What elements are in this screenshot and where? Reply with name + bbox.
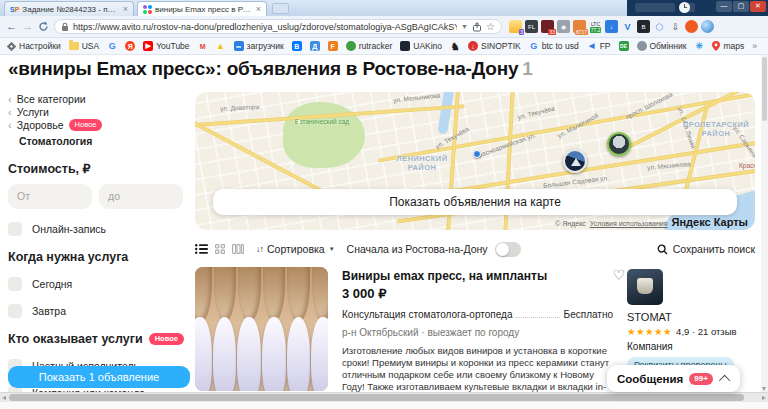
bookmark-de[interactable]: DE [619, 41, 629, 51]
map-photo-marker[interactable] [563, 149, 587, 173]
checkbox-label: Сегодня [32, 278, 72, 290]
bookmark-folder-usa[interactable]: USA [69, 41, 99, 51]
screenshot-extension-icon[interactable]: ◉ [557, 20, 570, 33]
bookmark-uakino[interactable]: UAKino [400, 41, 442, 51]
extension-icon[interactable]: V [621, 20, 634, 33]
chevron-down-icon[interactable]: ▼ [461, 23, 468, 30]
who-filter-title: Кто оказывает услугиНовое [8, 332, 190, 346]
seller-rating-row[interactable]: ★★★★★ 4,9 · 21 отзыв [627, 326, 755, 337]
bookmark-youtube[interactable]: ▶YouTube [143, 41, 189, 51]
today-checkbox-row[interactable]: Сегодня [8, 277, 190, 291]
bookmark-chess[interactable]: ♞ [450, 41, 460, 51]
weather-extension-icon[interactable]: 3 [509, 20, 522, 33]
local-first-toggle[interactable] [495, 242, 521, 257]
new-tab-button[interactable] [272, 3, 289, 14]
map-location-dot[interactable] [473, 150, 481, 158]
breadcrumb-health[interactable]: ‹ЗдоровьеНовое [8, 118, 190, 131]
maximize-button[interactable]: ▢ [733, 1, 749, 12]
breadcrumb-all-categories[interactable]: ‹Все категории [8, 92, 190, 105]
vertical-scrollbar[interactable] [761, 55, 768, 392]
bookmark-snowflake[interactable]: ✳ [694, 41, 704, 51]
listing-price: 3 000 ₽ [342, 286, 613, 301]
bookmark-google[interactable]: G [107, 41, 117, 51]
seller-name[interactable]: STOMAT [627, 311, 755, 323]
scroll-left-arrow-icon[interactable] [2, 396, 6, 400]
address-bar[interactable]: https://www.avito.ru/rostov-na-donu/pred… [54, 19, 502, 34]
main-column: ул. Доватора Ботанический сад ул. Мельни… [195, 92, 755, 392]
chevron-down-icon: ▼ [329, 246, 335, 252]
bookmark-star-icon[interactable]: ☆ [486, 21, 495, 32]
clock-icon[interactable] [679, 2, 690, 13]
extension-icon[interactable]: B [637, 20, 650, 33]
share-icon[interactable] [472, 22, 482, 32]
rating-value: 4,9 · 21 отзыв [676, 326, 737, 337]
favorite-heart-icon[interactable]: ♡ [612, 267, 625, 283]
bookmark-rutracker[interactable]: rutracker [346, 41, 393, 51]
price-filter-title: Стоимость, ₽ [8, 161, 190, 176]
tab-close-icon[interactable]: × [256, 4, 261, 14]
show-on-map-button[interactable]: Показать объявления на карте [213, 189, 737, 215]
price-from-input[interactable]: От [8, 184, 92, 209]
bookmark-settings[interactable]: Настройки [7, 41, 61, 51]
tab-task[interactable]: SP Задание №2844233 - просмотр з × [4, 1, 134, 16]
messenger-widget[interactable]: Сообщения 99+ [607, 365, 740, 392]
gallery-view-icon[interactable] [232, 244, 244, 254]
seller-avatar[interactable] [627, 269, 663, 305]
tomorrow-checkbox-row[interactable]: Завтра [8, 304, 190, 318]
vertical-scrollbar-thumb[interactable] [762, 57, 767, 121]
checkbox-icon[interactable] [8, 277, 22, 291]
profile-avatar-icon[interactable] [701, 20, 714, 33]
bookmark-yandex[interactable]: Я [125, 41, 135, 51]
price-to-input[interactable]: до [99, 184, 183, 209]
bookmark-obminnik[interactable]: Обмінник [637, 41, 687, 51]
extension-icon[interactable]: FL [525, 20, 538, 33]
chevron-up-icon[interactable] [719, 374, 730, 385]
listing-photo[interactable] [195, 267, 328, 391]
puzzle-extensions-icon[interactable]: ⬡ [653, 20, 666, 33]
breadcrumb-services[interactable]: ‹Услуги [8, 105, 190, 118]
yandex-map[interactable]: ул. Доватора Ботанический сад ул. Мельни… [195, 92, 755, 230]
checkbox-icon[interactable] [8, 222, 22, 236]
bookmark-btc[interactable]: Gbtc to usd [529, 41, 579, 51]
downloader-extension-icon[interactable]: ↓ [605, 20, 618, 33]
grid-view-icon[interactable] [215, 244, 225, 254]
back-icon[interactable]: ← [6, 21, 17, 32]
bookmark-fp[interactable]: ◀FP [587, 41, 611, 51]
bookmark-gmail[interactable]: M [198, 41, 208, 51]
sorting-dropdown[interactable]: ↓↑ Сортировка ▼ [256, 243, 335, 255]
show-results-button[interactable]: Показать 1 объявление [8, 366, 190, 388]
minimize-button[interactable]: — [716, 1, 732, 12]
close-button[interactable]: ✕ [750, 1, 766, 12]
bookmark-loader[interactable]: ∞загрузчик [234, 41, 284, 51]
new-badge: Новое [69, 119, 103, 131]
horizontal-scrollbar[interactable] [0, 392, 768, 402]
scroll-down-arrow-icon[interactable] [762, 387, 766, 391]
map-terms-link[interactable]: Условия использования [590, 220, 668, 227]
bookmark-docs[interactable]: Д [310, 41, 320, 51]
bookmark-sinoptik[interactable]: ↓SINOPTIK [468, 41, 521, 51]
refresh-icon[interactable] [38, 21, 49, 32]
extension-icon[interactable]: 8717 [573, 20, 586, 33]
tab-close-icon[interactable]: × [123, 4, 128, 14]
save-search-button[interactable]: Сохранить поиск [657, 243, 755, 255]
current-category[interactable]: Стоматология [19, 135, 190, 147]
sort-arrows-icon: ↓↑ [256, 244, 263, 254]
checkbox-icon[interactable] [8, 304, 22, 318]
bookmark-drive[interactable]: ▲ [216, 41, 226, 51]
forward-icon[interactable]: → [22, 21, 33, 32]
listing-title-link[interactable]: Виниры emax пресс, на импланты [342, 269, 613, 283]
downloads-tray-icon[interactable]: ⇩ [669, 20, 682, 33]
list-view-icon[interactable] [195, 244, 208, 254]
bookmarks-overflow[interactable]: » [752, 41, 757, 51]
tab-avito[interactable]: виниры Emax пресс в Ростове-н × [137, 1, 267, 16]
scroll-right-arrow-icon[interactable] [762, 396, 766, 400]
horizontal-scrollbar-thumb[interactable] [9, 394, 744, 401]
ltc-ticker-extension-icon[interactable]: LTC77.2 [589, 20, 602, 33]
bookmark-f[interactable]: F [328, 41, 338, 51]
extension-icon[interactable] [685, 20, 698, 33]
extension-icon[interactable]: 33 [541, 20, 554, 33]
online-booking-checkbox-row[interactable]: Онлайн-запись [8, 222, 190, 236]
bookmark-vk[interactable]: B [292, 41, 302, 51]
bookmark-maps[interactable]: maps [712, 41, 744, 51]
map-photo-marker[interactable] [607, 132, 631, 156]
